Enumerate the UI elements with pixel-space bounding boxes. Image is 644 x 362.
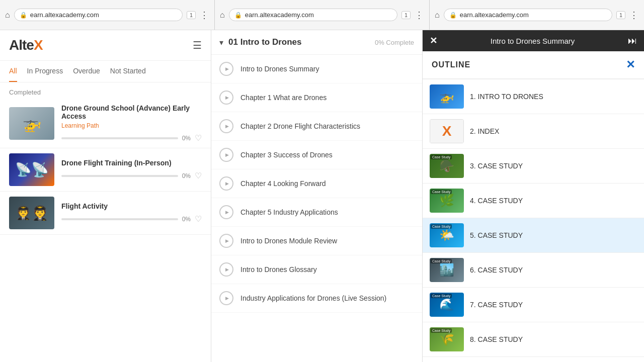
main-content: AlteX ☰ All In Progress Overdue Not Star… — [0, 30, 644, 362]
play-button-1[interactable] — [219, 90, 233, 105]
address-bar-3[interactable]: 🔒 earn.altexacademy.com — [444, 9, 612, 21]
heart-icon-3[interactable]: ♡ — [195, 214, 202, 224]
course-item-3[interactable]: 🧑‍✈️ Flight Activity 0% ♡ — [0, 192, 211, 235]
outline-item-title-2: 3. CASE STUDY — [470, 162, 637, 170]
close-blue-button[interactable]: ✕ — [626, 58, 635, 71]
outline-item-title-7: 8. CASE STUDY — [470, 335, 637, 343]
hamburger-menu[interactable]: ☰ — [193, 39, 202, 51]
play-button-5[interactable] — [219, 205, 233, 219]
heart-icon-1[interactable]: ♡ — [195, 133, 202, 143]
outline-item-0[interactable]: 🚁 1. INTRO TO DRONES — [423, 79, 644, 114]
outline-thumb-6: 🌊 Case Study — [430, 293, 464, 317]
play-button-7[interactable] — [219, 262, 233, 277]
panel-right: ✕ Intro to Drones Summary ⏭ OUTLINE ✕ 🚁 … — [423, 30, 644, 362]
chapter-title-6: Intro to Drones Module Review — [240, 237, 337, 245]
play-button-3[interactable] — [219, 148, 233, 162]
chevron-down-icon[interactable]: ▾ — [219, 38, 223, 47]
home-icon-1[interactable]: ⌂ — [5, 11, 10, 20]
course-info-3: Flight Activity 0% ♡ — [61, 202, 202, 224]
outline-thumb-2: 🪖 Case Study — [430, 154, 464, 178]
play-button-0[interactable] — [219, 62, 233, 76]
outline-header: ✕ Intro to Drones Summary ⏭ — [423, 30, 644, 51]
address-bar-2[interactable]: 🔒 earn.altexacademy.com — [229, 9, 397, 21]
outline-thumb-7: 🌾 Case Study — [430, 327, 464, 351]
outline-header-title: Intro to Drones Summary — [442, 37, 623, 45]
outline-item-3[interactable]: 🌿 Case Study 4. CASE STUDY — [423, 184, 644, 218]
tab-badge-3[interactable]: 1 — [616, 11, 625, 19]
progress-text-2: 0% — [182, 172, 191, 179]
chapter-item-0[interactable]: Intro to Drones Summary — [211, 55, 422, 83]
module-title: 01 Intro to Drones — [228, 37, 370, 47]
course-title-1: Drone Ground School (Advance) Early Acce… — [61, 104, 202, 120]
progress-bar-2 — [61, 175, 178, 177]
url-1: earn.altexacademy.com — [30, 11, 99, 19]
altex-logo: AlteX — [9, 37, 43, 53]
address-bar-1[interactable]: 🔒 earn.altexacademy.com — [14, 9, 183, 21]
outline-thumb-1: X — [430, 119, 464, 143]
progress-text-3: 0% — [182, 216, 191, 223]
outline-item-title-0: 1. INTRO TO DRONES — [470, 93, 637, 101]
module-number: 01 — [228, 37, 238, 47]
play-button-4[interactable] — [219, 176, 233, 191]
outline-item-4[interactable]: 🌤️ Case Study 5. CASE STUDY — [423, 218, 644, 253]
filter-tab-all[interactable]: All — [9, 61, 17, 82]
section-label-completed: Completed — [0, 82, 211, 99]
outline-item-title-3: 4. CASE STUDY — [470, 197, 637, 205]
progress-text-1: 0% — [182, 135, 191, 142]
chapter-title-1: Chapter 1 What are Drones — [240, 94, 327, 102]
filter-tabs: All In Progress Overdue Not Started — [0, 61, 211, 82]
chapter-item-7[interactable]: Intro to Drones Glossary — [211, 255, 422, 284]
course-thumb-2: 📡 — [9, 153, 54, 186]
outline-item-7[interactable]: 🌾 Case Study 8. CASE STUDY — [423, 322, 644, 357]
chapter-title-2: Chapter 2 Drone Flight Characteristics — [240, 122, 360, 130]
outline-thumb-3: 🌿 Case Study — [430, 189, 464, 213]
url-2: earn.altexacademy.com — [245, 11, 314, 19]
outline-item-1[interactable]: X 2. INDEX — [423, 114, 644, 149]
home-icon-2[interactable]: ⌂ — [220, 11, 225, 20]
menu-dots-3[interactable]: ⋮ — [629, 10, 639, 21]
course-list: 🚁 Drone Ground School (Advance) Early Ac… — [0, 99, 211, 235]
outline-item-title-4: 5. CASE STUDY — [470, 231, 637, 239]
chapter-item-6[interactable]: Intro to Drones Module Review — [211, 227, 422, 255]
play-button-6[interactable] — [219, 234, 233, 248]
course-info-1: Drone Ground School (Advance) Early Acce… — [61, 104, 202, 143]
skip-forward-button[interactable]: ⏭ — [628, 36, 637, 46]
play-button-2[interactable] — [219, 119, 233, 133]
close-x-button[interactable]: ✕ — [430, 35, 437, 46]
course-item-2[interactable]: 📡 Drone Flight Training (In-Person) 0% ♡ — [0, 148, 211, 192]
play-button-8[interactable] — [219, 291, 233, 305]
chapter-item-8[interactable]: Industry Applications for Drones (Live S… — [211, 284, 422, 313]
chapter-item-1[interactable]: Chapter 1 What are Drones — [211, 83, 422, 112]
filter-tab-notstarted[interactable]: Not Started — [110, 61, 146, 82]
chapter-title-4: Chapter 4 Looking Forward — [240, 179, 326, 188]
menu-dots-1[interactable]: ⋮ — [200, 10, 209, 21]
completion-badge: 0% Complete — [375, 39, 414, 46]
chapter-title-5: Chapter 5 Industry Applications — [240, 208, 338, 216]
home-icon-3[interactable]: ⌂ — [435, 11, 440, 20]
tab-badge-2[interactable]: 1 — [401, 11, 411, 19]
progress-row-3: 0% ♡ — [61, 214, 202, 224]
progress-row-2: 0% ♡ — [61, 171, 202, 180]
course-type-1: Learning Path — [61, 122, 202, 129]
menu-dots-2[interactable]: ⋮ — [415, 10, 424, 21]
outline-thumb-0: 🚁 — [430, 84, 464, 109]
heart-icon-2[interactable]: ♡ — [195, 171, 202, 180]
filter-tab-inprogress[interactable]: In Progress — [27, 61, 63, 82]
tab-badge-1[interactable]: 1 — [187, 11, 196, 19]
outline-thumb-5: 🏙️ Case Study — [430, 258, 464, 282]
chapter-item-2[interactable]: Chapter 2 Drone Flight Characteristics — [211, 112, 422, 141]
chapter-item-3[interactable]: Chapter 3 Success of Drones — [211, 141, 422, 169]
course-item-1[interactable]: 🚁 Drone Ground School (Advance) Early Ac… — [0, 99, 211, 148]
course-thumb-1: 🚁 — [9, 107, 54, 140]
chapter-item-4[interactable]: Chapter 4 Looking Forward — [211, 169, 422, 198]
outline-item-title-6: 7. CASE STUDY — [470, 301, 637, 309]
chapter-title-8: Industry Applications for Drones (Live S… — [240, 294, 386, 302]
outline-subheader: OUTLINE ✕ — [423, 51, 644, 79]
outline-item-2[interactable]: 🪖 Case Study 3. CASE STUDY — [423, 149, 644, 184]
outline-item-6[interactable]: 🌊 Case Study 7. CASE STUDY — [423, 288, 644, 322]
progress-bar-3 — [61, 218, 178, 220]
outline-item-5[interactable]: 🏙️ Case Study 6. CASE STUDY — [423, 253, 644, 288]
course-title-3: Flight Activity — [61, 202, 202, 210]
chapter-item-5[interactable]: Chapter 5 Industry Applications — [211, 198, 422, 227]
filter-tab-overdue[interactable]: Overdue — [73, 61, 100, 82]
